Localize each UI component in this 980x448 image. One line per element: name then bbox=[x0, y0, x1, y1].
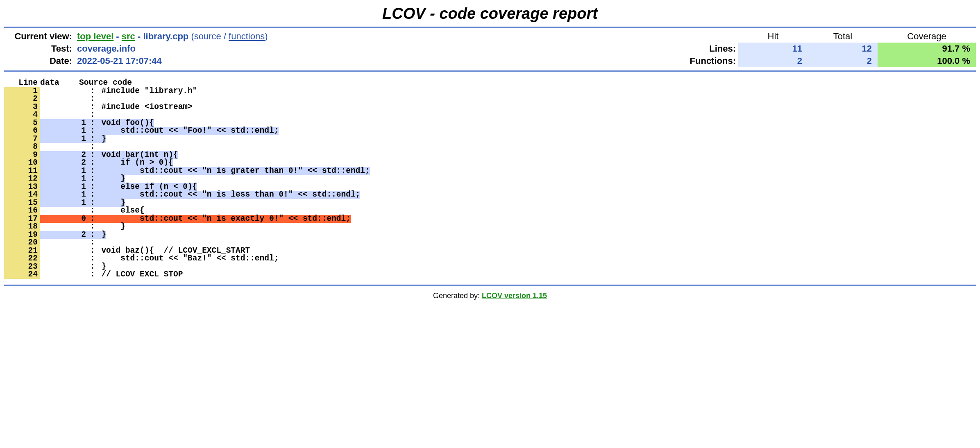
line-sep: : bbox=[88, 239, 97, 247]
line-code: std::cout << "Foo!" << std::endl; bbox=[97, 127, 279, 135]
line-number: 22 bbox=[4, 255, 40, 263]
source-line: 24: // LCOV_EXCL_STOP bbox=[4, 270, 183, 279]
footer-prefix: Generated by: bbox=[433, 292, 482, 300]
line-number: 12 bbox=[4, 175, 40, 183]
link-functions-view[interactable]: functions bbox=[229, 31, 265, 41]
line-number: 20 bbox=[4, 239, 40, 247]
line-hits: 1 bbox=[40, 191, 88, 199]
link-src-dir[interactable]: src bbox=[122, 31, 135, 41]
source-line: 16: else{ bbox=[4, 206, 145, 215]
source-listing: Linedata Source code 1: #include "librar… bbox=[4, 79, 976, 279]
divider-mid bbox=[4, 70, 976, 72]
source-line: 141: std::cout << "n is less than 0!" <<… bbox=[4, 190, 360, 199]
col-hit-header: Hit bbox=[738, 30, 808, 43]
source-line: 102: if (n > 0){ bbox=[4, 158, 173, 167]
line-number: 14 bbox=[4, 191, 40, 199]
line-code: std::cout << "Baz!" << std::endl; bbox=[97, 255, 279, 263]
row-lines-total: 12 bbox=[808, 43, 878, 55]
line-code: // LCOV_EXCL_STOP bbox=[97, 271, 183, 279]
src-col-code: Source code bbox=[79, 78, 132, 87]
row-funcs-hit: 2 bbox=[738, 55, 808, 67]
row-funcs-total: 2 bbox=[808, 55, 878, 67]
line-number: 24 bbox=[4, 271, 40, 279]
line-sep: : bbox=[88, 207, 97, 215]
line-number: 8 bbox=[4, 143, 40, 151]
line-number: 6 bbox=[4, 127, 40, 135]
divider-bottom bbox=[4, 285, 976, 286]
line-sep: : bbox=[88, 127, 97, 135]
line-number: 10 bbox=[4, 159, 40, 167]
row-funcs-cov: 100.0 % bbox=[878, 55, 976, 67]
source-line: 18: } bbox=[4, 222, 125, 231]
footer: Generated by: LCOV version 1.15 bbox=[4, 290, 976, 300]
source-line: 4: bbox=[4, 110, 101, 119]
view-mode-suffix: ) bbox=[265, 31, 268, 41]
value-date: 2022-05-21 17:07:44 bbox=[75, 55, 663, 67]
source-line: 61: std::cout << "Foo!" << std::endl; bbox=[4, 126, 279, 135]
line-number: 2 bbox=[4, 95, 40, 103]
sep: - bbox=[113, 31, 122, 41]
line-code: std::cout << "n is exactly 0!" << std::e… bbox=[97, 215, 351, 223]
line-sep: : bbox=[88, 175, 97, 183]
line-number: 18 bbox=[4, 223, 40, 231]
line-code bbox=[97, 239, 102, 247]
line-code bbox=[97, 143, 102, 151]
line-number: 16 bbox=[4, 207, 40, 215]
row-lines-hit: 11 bbox=[738, 43, 808, 55]
line-sep: : bbox=[88, 95, 97, 103]
page-title: LCOV - code coverage report bbox=[4, 5, 976, 23]
line-sep: : bbox=[88, 255, 97, 263]
line-code: } bbox=[97, 175, 125, 183]
line-code: std::cout << "n is grater than 0!" << st… bbox=[97, 167, 370, 175]
source-line: 8: bbox=[4, 142, 101, 151]
source-line: 22: std::cout << "Baz!" << std::endl; bbox=[4, 254, 279, 263]
label-date: Date: bbox=[4, 55, 75, 67]
line-sep: : bbox=[88, 159, 97, 167]
line-sep: : bbox=[88, 271, 97, 279]
row-lines-cov: 91.7 % bbox=[878, 43, 976, 55]
link-lcov-version[interactable]: LCOV version 1.15 bbox=[482, 292, 547, 300]
sep: - bbox=[135, 31, 143, 41]
line-code bbox=[97, 111, 102, 119]
line-sep: : bbox=[88, 111, 97, 119]
src-col-line: Line bbox=[4, 79, 40, 87]
row-lines-label: Lines: bbox=[684, 43, 738, 55]
view-mode-prefix: (source / bbox=[191, 31, 229, 41]
source-line: 121: } bbox=[4, 174, 125, 183]
col-cov-header: Coverage bbox=[878, 30, 976, 43]
line-code: std::cout << "n is less than 0!" << std:… bbox=[97, 191, 361, 199]
file-name: library.cpp bbox=[143, 31, 188, 41]
src-col-data: data bbox=[40, 79, 65, 87]
label-current-view: Current view: bbox=[4, 30, 75, 43]
line-code bbox=[97, 95, 102, 103]
line-code: #include <iostream> bbox=[97, 103, 193, 111]
row-funcs-label: Functions: bbox=[684, 55, 738, 67]
line-code: if (n > 0){ bbox=[97, 159, 173, 167]
line-sep: : bbox=[88, 191, 97, 199]
line-hits: 1 bbox=[40, 127, 88, 135]
line-hits: 1 bbox=[40, 175, 88, 183]
label-test: Test: bbox=[4, 43, 75, 55]
line-sep: : bbox=[88, 143, 97, 151]
line-code: } bbox=[97, 223, 125, 231]
value-test: coverage.info bbox=[75, 43, 663, 55]
source-line: 2: bbox=[4, 94, 101, 103]
col-total-header: Total bbox=[808, 30, 878, 43]
line-number: 4 bbox=[4, 111, 40, 119]
header-block: Current view: top level - src - library.… bbox=[4, 28, 976, 70]
value-current-view: top level - src - library.cpp (source / … bbox=[75, 30, 663, 43]
line-code: else{ bbox=[97, 207, 145, 215]
source-line: 20: bbox=[4, 238, 101, 247]
line-sep: : bbox=[88, 223, 97, 231]
link-top-level[interactable]: top level bbox=[77, 31, 113, 41]
line-code: #include "library.h" bbox=[97, 87, 197, 95]
line-hits: 2 bbox=[40, 159, 88, 167]
